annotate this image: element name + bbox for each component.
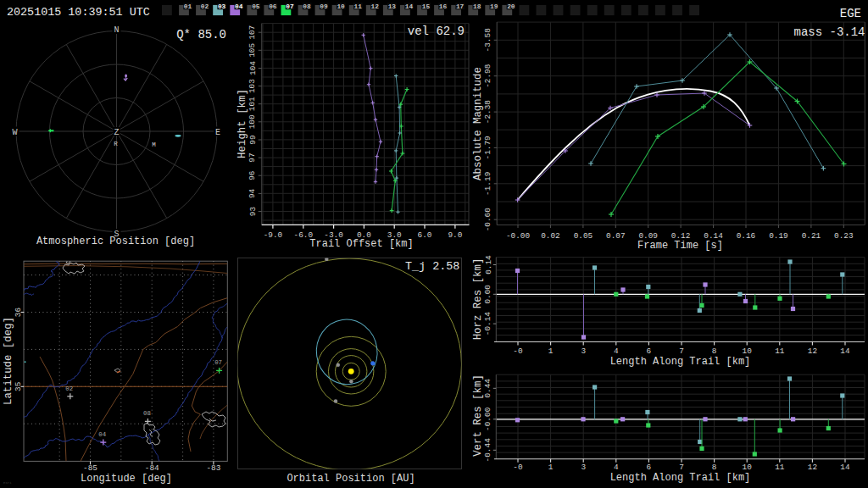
svg-text:-1.79: -1.79 <box>484 136 493 159</box>
svg-text:93: 93 <box>248 207 258 217</box>
svg-text:10: 10 <box>743 463 753 472</box>
svg-text:-0.44: -0.44 <box>484 438 493 463</box>
svg-text:7: 7 <box>679 463 684 472</box>
svg-text:15: 15 <box>422 3 431 10</box>
svg-text:20251015 10:39:51 UTC: 20251015 10:39:51 UTC <box>7 6 150 19</box>
svg-text:-83: -83 <box>206 463 220 473</box>
svg-text:Absolute Magnitude: Absolute Magnitude <box>472 67 484 180</box>
svg-text:7: 7 <box>679 347 684 356</box>
svg-text:Q* 85.0: Q* 85.0 <box>176 28 226 42</box>
svg-text:4: 4 <box>614 463 619 472</box>
svg-text:6: 6 <box>647 463 652 472</box>
svg-text:Z: Z <box>114 128 119 137</box>
svg-text:18: 18 <box>473 3 481 10</box>
svg-text:07: 07 <box>214 359 222 366</box>
svg-text:97: 97 <box>248 152 258 162</box>
svg-text:9.0: 9.0 <box>448 230 462 240</box>
svg-text:08: 08 <box>143 410 151 417</box>
svg-text:-0: -0 <box>513 463 523 472</box>
svg-text:N: N <box>114 25 119 35</box>
svg-text:12: 12 <box>371 3 380 10</box>
svg-text:103: 103 <box>248 79 258 93</box>
svg-text:02: 02 <box>201 3 209 10</box>
svg-text:0.05: 0.05 <box>574 231 593 241</box>
svg-text:3: 3 <box>581 347 586 356</box>
svg-text:-84: -84 <box>145 463 159 473</box>
svg-text:8: 8 <box>712 347 717 356</box>
svg-text:01: 01 <box>184 3 192 10</box>
svg-text:11: 11 <box>775 463 785 472</box>
svg-text:8: 8 <box>712 463 717 472</box>
svg-text:-9.0: -9.0 <box>264 230 283 240</box>
svg-text:3: 3 <box>581 463 586 472</box>
svg-text:107: 107 <box>248 25 258 40</box>
svg-text:09: 09 <box>320 3 328 10</box>
svg-text:Length Along Trail [km]: Length Along Trail [km] <box>610 472 751 484</box>
svg-text:-0.00: -0.00 <box>484 407 493 431</box>
svg-text:-0.60: -0.60 <box>484 208 493 232</box>
svg-text:08: 08 <box>303 3 311 10</box>
svg-text:Trail Offset [km]: Trail Offset [km] <box>309 238 413 250</box>
svg-text:35: 35 <box>14 381 23 391</box>
svg-text:11: 11 <box>775 347 785 356</box>
svg-text:96: 96 <box>248 170 258 180</box>
svg-text:14: 14 <box>405 3 414 10</box>
svg-text:16: 16 <box>439 3 448 10</box>
svg-text:17: 17 <box>456 3 465 10</box>
svg-text:101: 101 <box>248 97 258 111</box>
svg-text:-0.00: -0.00 <box>506 231 531 241</box>
svg-text:-0: -0 <box>513 347 523 356</box>
svg-text:4: 4 <box>614 347 619 356</box>
svg-text:02: 02 <box>65 385 73 392</box>
svg-text:07: 07 <box>286 3 294 10</box>
svg-text:11: 11 <box>354 3 363 10</box>
svg-text:99: 99 <box>248 135 258 144</box>
svg-text:0.16: 0.16 <box>737 231 756 241</box>
svg-text:-0.14: -0.14 <box>484 312 493 336</box>
svg-text:EGE: EGE <box>840 7 861 20</box>
svg-text:14: 14 <box>840 463 850 472</box>
svg-text:R: R <box>114 141 118 147</box>
svg-text:104: 104 <box>248 61 258 75</box>
svg-text:12: 12 <box>808 347 817 356</box>
svg-text:20: 20 <box>507 3 515 10</box>
svg-text:T_j 2.58: T_j 2.58 <box>405 260 459 273</box>
svg-text:-1.19: -1.19 <box>484 172 493 196</box>
svg-text:0.23: 0.23 <box>834 231 854 241</box>
svg-text:-3.58: -3.58 <box>484 28 493 53</box>
svg-text:0.21: 0.21 <box>802 231 821 241</box>
svg-text:105: 105 <box>248 42 258 57</box>
svg-text:mass -3.14: mass -3.14 <box>793 25 865 39</box>
svg-text:05: 05 <box>252 3 260 10</box>
svg-text:Latitude [deg]: Latitude [deg] <box>3 317 14 405</box>
svg-text:6: 6 <box>647 347 652 356</box>
svg-text:M: M <box>152 141 156 148</box>
svg-text:14: 14 <box>840 347 850 356</box>
svg-text:0.07: 0.07 <box>606 231 626 241</box>
svg-text:0.44: 0.44 <box>484 379 493 398</box>
svg-text:-2.98: -2.98 <box>484 64 493 88</box>
svg-text:-2.38: -2.38 <box>484 100 493 125</box>
svg-text:Length Along Trail [km]: Length Along Trail [km] <box>610 356 751 368</box>
svg-text:94: 94 <box>248 188 258 198</box>
svg-text:03: 03 <box>218 3 226 10</box>
svg-text:vel 62.9: vel 62.9 <box>408 25 465 38</box>
svg-text:04: 04 <box>235 3 243 10</box>
svg-text:Frame Time [s]: Frame Time [s] <box>637 240 723 252</box>
svg-text:100: 100 <box>248 114 258 129</box>
svg-text:W: W <box>12 128 17 137</box>
svg-text:10: 10 <box>743 347 753 356</box>
svg-text:1: 1 <box>548 463 554 472</box>
svg-text:Horz Res [km]: Horz Res [km] <box>472 258 484 341</box>
svg-text:Esri: Esri <box>3 481 12 485</box>
svg-text:Longitude [deg]: Longitude [deg] <box>81 473 172 485</box>
svg-text:Orbital Position [AU]: Orbital Position [AU] <box>287 473 415 485</box>
svg-text:0.02: 0.02 <box>541 231 560 241</box>
svg-text:6.0: 6.0 <box>418 230 432 240</box>
svg-text:12: 12 <box>808 463 817 472</box>
svg-text:E: E <box>215 128 220 137</box>
svg-text:19: 19 <box>490 3 498 10</box>
svg-text:Vert Res [km]: Vert Res [km] <box>472 374 484 457</box>
svg-text:0.19: 0.19 <box>769 231 788 241</box>
svg-text:0.00: 0.00 <box>484 285 493 304</box>
